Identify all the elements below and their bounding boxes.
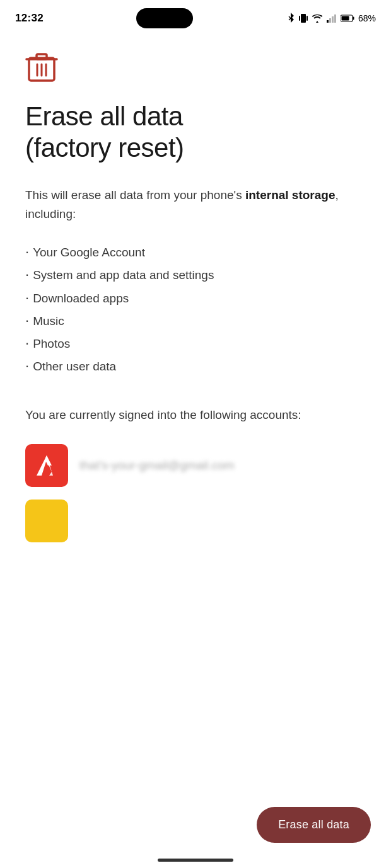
- account-email-blurred: that's-your-gmail@gmail.com: [79, 459, 366, 472]
- page-title: Erase all data(factory reset): [25, 101, 366, 163]
- signed-in-text: You are currently signed into the follow…: [25, 406, 366, 424]
- svg-rect-5: [332, 16, 334, 23]
- svg-rect-6: [334, 14, 336, 23]
- svg-rect-3: [327, 20, 329, 23]
- erase-all-data-button[interactable]: Erase all data: [257, 807, 371, 843]
- list-item: · Music: [25, 309, 366, 332]
- svg-rect-0: [301, 14, 306, 23]
- battery-icon: [341, 14, 354, 22]
- trash-icon: [25, 50, 58, 83]
- bullet-dot: ·: [25, 241, 29, 263]
- adobe-logo: [25, 444, 68, 487]
- nav-indicator: [158, 859, 233, 862]
- account-row-adobe: that's-your-gmail@gmail.com: [25, 444, 366, 487]
- bullet-list: · Your Google Account · System and app d…: [25, 241, 366, 378]
- list-item: · Downloaded apps: [25, 287, 366, 309]
- bullet-dot: ·: [25, 287, 29, 309]
- svg-rect-1: [299, 16, 300, 21]
- list-item-other-user-data: · Other user data: [25, 355, 366, 377]
- svg-rect-2: [306, 16, 308, 21]
- list-item: · Your Google Account: [25, 241, 366, 263]
- status-time: 12:32: [15, 12, 44, 25]
- main-content: Erase all data(factory reset) This will …: [0, 33, 391, 542]
- svg-rect-8: [353, 17, 354, 20]
- description-text: This will erase all data from your phone…: [25, 186, 366, 223]
- svg-rect-4: [329, 18, 331, 23]
- camera-pill: [136, 8, 193, 28]
- bullet-dot: ·: [25, 332, 29, 355]
- bottom-action-bar: Erase all data: [0, 797, 391, 868]
- adobe-icon: [33, 452, 61, 479]
- list-item: · System and app data and settings: [25, 263, 366, 286]
- signal-icon: [327, 14, 337, 23]
- list-item: · Photos: [25, 332, 366, 355]
- bold-internal-storage: internal storage: [245, 188, 336, 202]
- account-row-2: [25, 500, 366, 542]
- vibrate-icon: [299, 13, 308, 24]
- bluetooth-icon: [286, 13, 295, 24]
- bullet-dot: ·: [25, 309, 29, 332]
- wifi-icon: [312, 14, 323, 23]
- status-icons: 68%: [286, 13, 376, 24]
- bullet-dot: ·: [25, 355, 29, 377]
- svg-rect-9: [341, 16, 349, 21]
- status-bar: 12:32 68%: [0, 0, 391, 33]
- battery-percentage: 68%: [358, 13, 376, 23]
- bullet-dot: ·: [25, 263, 29, 286]
- account-logo-2: [25, 500, 68, 542]
- trash-icon-container: [25, 50, 366, 86]
